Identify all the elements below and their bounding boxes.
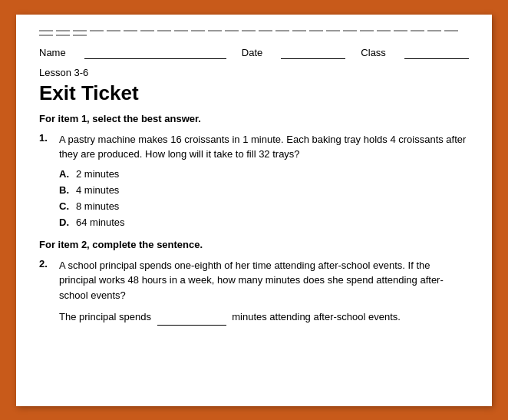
section2-divider: For item 2, complete the sentence. [39,239,469,250]
page-title: Exit Ticket [39,81,469,105]
question-2-number: 2. [39,258,53,303]
question-1-options: A. 2 minutes B. 4 minutes C. 8 minutes D… [59,168,469,228]
class-underline [404,47,469,59]
fill-blank [157,309,226,326]
date-label: Date [242,47,262,58]
date-underline [281,47,345,59]
question-2-block: 2. A school principal spends one-eighth … [39,258,469,326]
worksheet-page: Name Date Class Lesson 3-6 Exit Ticket F… [16,15,492,406]
header-row: Name Date Class [39,47,469,59]
name-label: Name [39,47,66,58]
option-b: B. 4 minutes [59,184,469,196]
class-label: Class [361,47,386,58]
option-b-text: 4 minutes [76,184,119,196]
option-a: A. 2 minutes [59,168,469,180]
completion-prefix: The principal spends [59,311,151,322]
section2-instruction: For item 2, complete the sentence. [39,239,469,250]
question-1-row: 1. A pastry machine makes 16 croissants … [39,132,469,162]
section1-instruction: For item 1, select the best answer. [39,113,469,124]
option-c: C. 8 minutes [59,200,469,212]
question-1-text: A pastry machine makes 16 croissants in … [59,132,469,162]
option-a-text: 2 minutes [76,168,119,180]
name-underline [84,47,226,59]
option-b-letter: B. [59,184,71,196]
option-a-letter: A. [59,168,71,180]
question-2-text: A school principal spends one-eighth of … [59,258,469,303]
option-d: D. 64 minutes [59,217,469,228]
dashed-border [39,30,469,36]
option-c-letter: C. [59,200,71,212]
question-1-number: 1. [39,132,53,162]
lesson-label: Lesson 3-6 [39,67,469,78]
question-1-block: 1. A pastry machine makes 16 croissants … [39,132,469,228]
option-c-text: 8 minutes [76,200,119,212]
option-d-text: 64 minutes [76,217,125,228]
completion-suffix: minutes attending after-school events. [232,311,401,322]
completion-sentence: The principal spends minutes attending a… [59,309,469,326]
option-d-letter: D. [59,217,71,228]
question-2-row: 2. A school principal spends one-eighth … [39,258,469,303]
